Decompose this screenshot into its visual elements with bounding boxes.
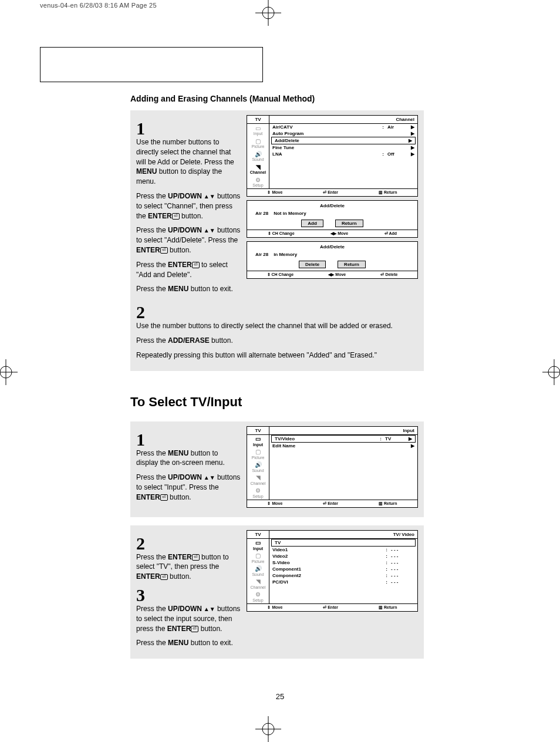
osd-input-menu: TV Input ▭Input ▢Picture 🔊Sound ◥Channel… [247, 426, 418, 508]
step-number-2b: 2 [136, 535, 242, 552]
osd-return-button: Return [338, 261, 366, 268]
registration-mark-right [542, 359, 560, 385]
osd-add-panel: Add/Delete Air 28 Not in Memory Add Retu… [247, 200, 418, 238]
page-number: 25 [0, 692, 560, 701]
enter-icon: ⏎ [192, 262, 200, 268]
step-number-1b: 1 [136, 431, 242, 448]
registration-mark-top [255, 0, 281, 26]
enter-icon: ⏎ [191, 626, 198, 632]
section2-title: To Select TV/Input [130, 394, 424, 410]
enter-icon: ⏎ [160, 247, 168, 254]
step-number-3: 3 [136, 586, 242, 604]
osd-return-button: Return [335, 220, 363, 227]
enter-icon: ⏎ [172, 213, 180, 220]
crop-header: venus-04-en 6/28/03 8:16 AM Page 25 [40, 2, 157, 9]
osd-delete-button: Delete [299, 261, 326, 268]
title-placeholder-box [40, 47, 263, 82]
registration-mark-bottom [255, 716, 281, 742]
registration-mark-left [0, 359, 18, 385]
osd-add-button: Add [301, 220, 323, 227]
enter-icon: ⏎ [192, 554, 200, 561]
section1-title: Adding and Erasing Channels (Manual Meth… [130, 94, 424, 103]
osd-channel-menu: TV Channel ▭Input ▢Picture 🔊Sound ◥Chann… [247, 115, 418, 197]
step-number-2: 2 [136, 303, 418, 321]
section1-step2: 2 Use the number buttons to directly sel… [136, 303, 418, 360]
section2-step1-block: 1 Press the MENU button to display the o… [130, 421, 424, 517]
osd-tvvideo-menu: TV TV/ Video ▭Input ▢Picture 🔊Sound ◥Cha… [247, 530, 418, 612]
manual-page: venus-04-en 6/28/03 8:16 AM Page 25 Addi… [0, 0, 560, 742]
osd-delete-panel: Add/Delete Air 28 in Memory Delete Retur… [247, 241, 418, 279]
section2-step23-block: 2 Press the ENTER⏎ button to select "TV"… [130, 525, 424, 659]
section1-step1-text: 1 Use the number buttons to directly sel… [136, 115, 242, 299]
section1-block: 1 Use the number buttons to directly sel… [130, 110, 424, 371]
section1-osd-column: TV Channel ▭Input ▢Picture 🔊Sound ◥Chann… [247, 115, 418, 282]
enter-icon: ⏎ [160, 494, 168, 501]
step-number-1: 1 [136, 120, 242, 137]
enter-icon: ⏎ [160, 574, 168, 581]
page-content: Adding and Erasing Channels (Manual Meth… [130, 94, 424, 659]
